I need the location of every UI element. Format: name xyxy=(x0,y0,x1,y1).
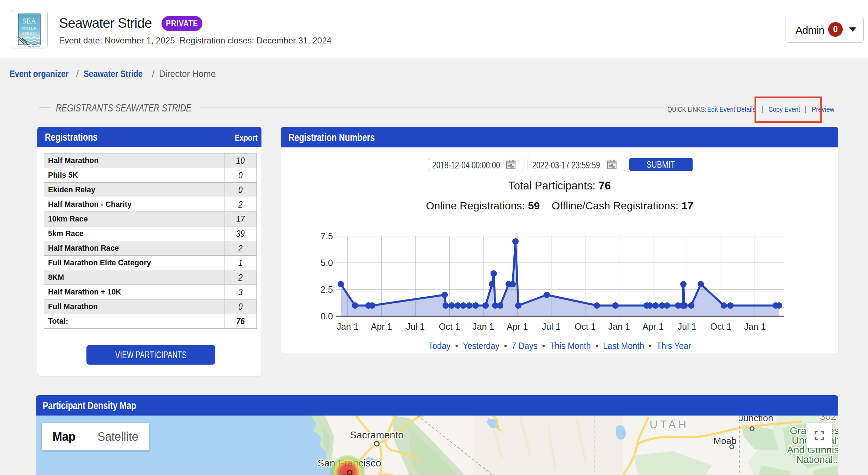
svg-text:STRIDE: STRIDE xyxy=(21,31,37,36)
svg-text:5.0: 5.0 xyxy=(321,258,333,268)
svg-text:Jul 1: Jul 1 xyxy=(542,322,561,332)
svg-text:Jul 1: Jul 1 xyxy=(406,322,425,332)
svg-text:0.0: 0.0 xyxy=(321,311,333,321)
svg-text:National...: National... xyxy=(796,454,838,465)
svg-text:302: 302 xyxy=(820,416,836,422)
svg-text:Sacramento: Sacramento xyxy=(350,429,404,440)
svg-text:UTAH: UTAH xyxy=(650,418,689,431)
svg-text:Oct 1: Oct 1 xyxy=(439,322,460,332)
svg-text:Jan 1: Jan 1 xyxy=(337,322,358,332)
svg-text:Junction: Junction xyxy=(739,416,773,423)
svg-text:WATER: WATER xyxy=(22,26,37,31)
svg-text:SEA: SEA xyxy=(22,17,37,25)
svg-text:2.5: 2.5 xyxy=(321,285,333,294)
svg-text:Moab: Moab xyxy=(713,435,736,446)
svg-text:Jul 1: Jul 1 xyxy=(678,322,697,332)
svg-text:Apr 1: Apr 1 xyxy=(507,322,528,332)
svg-text:Bay city series: Bay city series xyxy=(28,46,40,48)
svg-text:Jan 1: Jan 1 xyxy=(744,322,766,332)
svg-text:Jan 1: Jan 1 xyxy=(472,322,494,332)
svg-text:Apr 1: Apr 1 xyxy=(371,322,392,332)
svg-text:Oct 1: Oct 1 xyxy=(575,322,596,332)
svg-text:Jan 1: Jan 1 xyxy=(608,322,630,332)
svg-text:Oct 1: Oct 1 xyxy=(710,322,732,332)
svg-text:Apr 1: Apr 1 xyxy=(642,322,664,332)
svg-text:7.5: 7.5 xyxy=(321,231,333,241)
